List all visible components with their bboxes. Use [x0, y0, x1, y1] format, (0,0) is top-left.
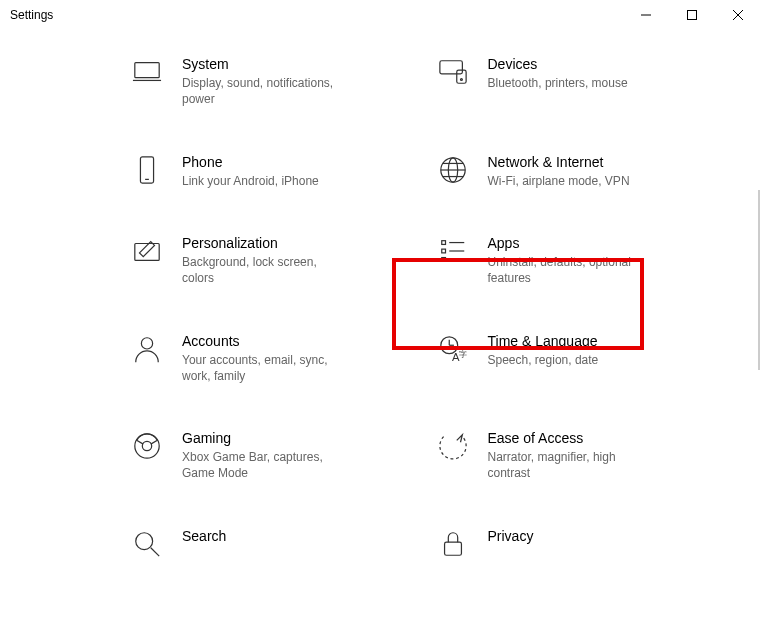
phone-icon [130, 153, 164, 187]
svg-rect-1 [688, 11, 697, 20]
lock-icon [436, 527, 470, 561]
svg-point-8 [460, 79, 462, 81]
svg-rect-7 [456, 70, 465, 83]
brush-icon [130, 234, 164, 268]
window-controls [623, 0, 761, 30]
tile-desc: Speech, region, date [488, 352, 599, 368]
svg-line-32 [151, 547, 159, 555]
close-icon [733, 10, 743, 20]
svg-point-31 [136, 532, 153, 549]
tile-desc: Display, sound, notifications, power [182, 75, 352, 107]
tile-search[interactable]: Search [130, 527, 416, 561]
svg-text:字: 字 [458, 348, 466, 358]
tile-time-language[interactable]: A字 Time & Language Speech, region, date [436, 332, 722, 385]
tile-title: Network & Internet [488, 153, 630, 171]
accessibility-icon [436, 429, 470, 463]
tile-desc: Xbox Game Bar, captures, Game Mode [182, 449, 352, 481]
tile-desc: Narrator, magnifier, high contrast [488, 449, 658, 481]
category-grid: System Display, sound, notifications, po… [0, 55, 761, 561]
tile-accounts[interactable]: Accounts Your accounts, email, sync, wor… [130, 332, 416, 385]
tile-title: Personalization [182, 234, 352, 252]
tile-title: Gaming [182, 429, 352, 447]
tile-title: Ease of Access [488, 429, 658, 447]
tile-title: Apps [488, 234, 658, 252]
svg-rect-17 [441, 241, 445, 245]
tile-desc: Wi-Fi, airplane mode, VPN [488, 173, 630, 189]
tile-title: Devices [488, 55, 628, 73]
tile-title: Time & Language [488, 332, 599, 350]
svg-point-30 [142, 441, 151, 450]
search-icon [130, 527, 164, 561]
tile-devices[interactable]: Devices Bluetooth, printers, mouse [436, 55, 722, 108]
svg-rect-33 [444, 542, 461, 555]
tile-desc: Background, lock screen, colors [182, 254, 352, 286]
titlebar: Settings [0, 0, 761, 30]
tile-desc: Uninstall, defaults, optional features [488, 254, 658, 286]
scrollbar[interactable] [758, 190, 760, 370]
tile-gaming[interactable]: Gaming Xbox Game Bar, captures, Game Mod… [130, 429, 416, 482]
content-area: System Display, sound, notifications, po… [0, 55, 761, 617]
tile-desc: Bluetooth, printers, mouse [488, 75, 628, 91]
tile-privacy[interactable]: Privacy [436, 527, 722, 561]
maximize-button[interactable] [669, 0, 715, 30]
svg-rect-6 [439, 61, 462, 74]
svg-rect-19 [441, 249, 445, 253]
tile-ease-of-access[interactable]: Ease of Access Narrator, magnifier, high… [436, 429, 722, 482]
tile-personalization[interactable]: Personalization Background, lock screen,… [130, 234, 416, 287]
system-icon [130, 55, 164, 89]
maximize-icon [687, 10, 697, 20]
tile-apps[interactable]: Apps Uninstall, defaults, optional featu… [436, 234, 722, 287]
tile-title: Privacy [488, 527, 534, 545]
person-icon [130, 332, 164, 366]
gaming-icon [130, 429, 164, 463]
tile-desc: Your accounts, email, sync, work, family [182, 352, 352, 384]
minimize-button[interactable] [623, 0, 669, 30]
close-button[interactable] [715, 0, 761, 30]
globe-icon [436, 153, 470, 187]
svg-rect-21 [441, 258, 445, 262]
clock-language-icon: A字 [436, 332, 470, 366]
tile-title: System [182, 55, 352, 73]
tile-title: Accounts [182, 332, 352, 350]
tile-desc: Link your Android, iPhone [182, 173, 319, 189]
tile-title: Search [182, 527, 226, 545]
svg-point-23 [141, 337, 152, 348]
settings-window: Settings System Display, sound, noti [0, 0, 761, 617]
svg-rect-4 [135, 63, 159, 78]
window-title: Settings [10, 8, 53, 22]
tile-system[interactable]: System Display, sound, notifications, po… [130, 55, 416, 108]
apps-icon [436, 234, 470, 268]
tile-phone[interactable]: Phone Link your Android, iPhone [130, 153, 416, 189]
devices-icon [436, 55, 470, 89]
tile-network[interactable]: Network & Internet Wi-Fi, airplane mode,… [436, 153, 722, 189]
tile-title: Phone [182, 153, 319, 171]
minimize-icon [641, 10, 651, 20]
